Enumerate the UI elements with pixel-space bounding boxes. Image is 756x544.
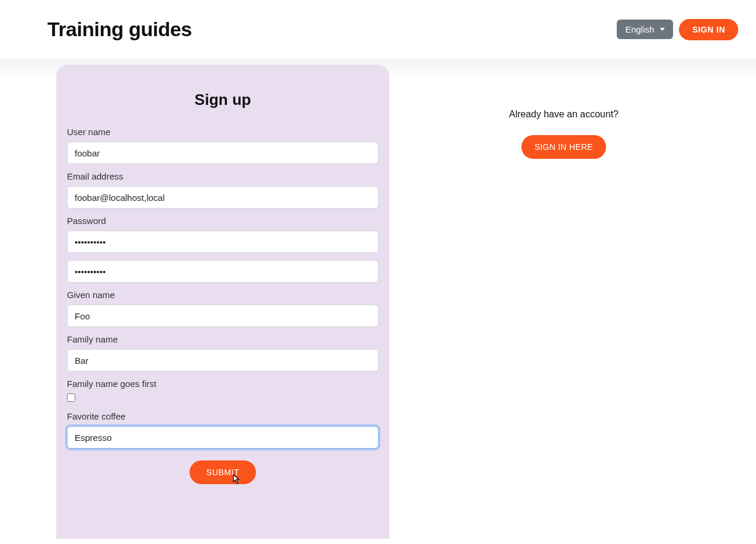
chevron-down-icon (660, 28, 665, 31)
sign-in-button[interactable]: SIGN IN (679, 19, 738, 40)
family-first-label: Family name goes first (67, 379, 379, 389)
password-input[interactable] (67, 231, 379, 253)
given-name-input[interactable] (67, 305, 379, 327)
signup-card: Sign up User name Email address Password… (56, 65, 389, 539)
favorite-coffee-label: Favorite coffee (67, 411, 379, 421)
username-label: User name (67, 127, 379, 137)
header-actions: English SIGN IN (617, 19, 738, 40)
already-account-text: Already have an account? (389, 109, 738, 120)
password-label: Password (67, 216, 379, 226)
submit-button[interactable]: SUBMIT (190, 460, 256, 484)
family-first-checkbox[interactable] (67, 393, 75, 402)
confirm-password-input[interactable] (67, 260, 379, 283)
language-label: English (625, 24, 654, 34)
username-input[interactable] (67, 142, 379, 164)
language-dropdown[interactable]: English (617, 20, 673, 39)
header: Training guides English SIGN IN (0, 0, 756, 59)
favorite-coffee-input[interactable] (67, 426, 379, 449)
site-title: Training guides (47, 18, 192, 41)
family-name-input[interactable] (67, 349, 379, 372)
given-name-label: Given name (67, 290, 379, 300)
email-input[interactable] (67, 186, 379, 209)
main-content: Sign up User name Email address Password… (0, 59, 756, 539)
sign-in-here-button[interactable]: SIGN IN HERE (521, 135, 606, 159)
email-label: Email address (67, 171, 379, 181)
side-panel: Already have an account? SIGN IN HERE (389, 65, 738, 539)
family-name-label: Family name (67, 334, 379, 344)
form-title: Sign up (67, 91, 379, 109)
